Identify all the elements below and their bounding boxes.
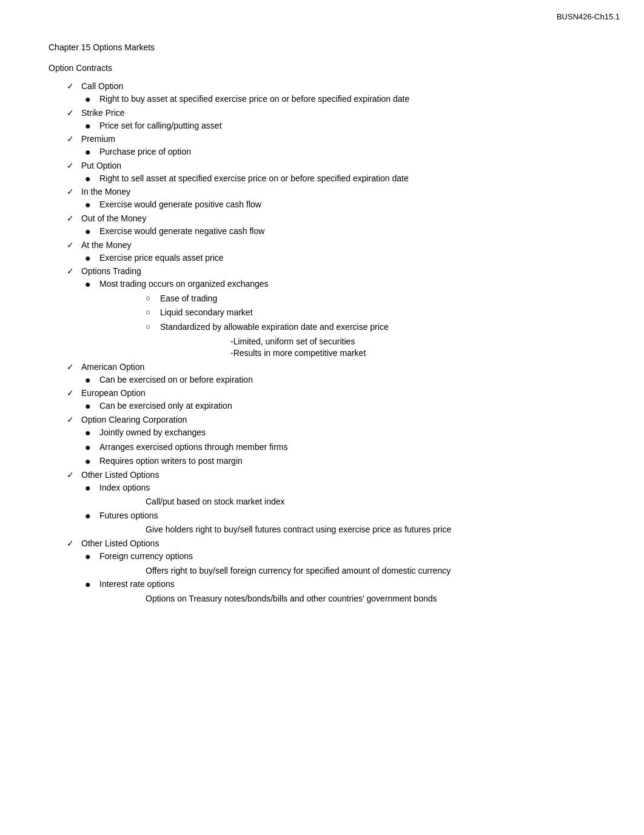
item-detail: Right to buy asset at specified exercise…: [99, 93, 409, 106]
item-detail: Most trading occurs on organized exchang…: [99, 278, 269, 290]
sub-indent-text: Give holders right to buy/sell futures c…: [85, 524, 608, 536]
bullet-icon: ●: [85, 278, 95, 290]
list-item: ✓ Out of the Money ● Exercise would gene…: [49, 213, 608, 238]
bullet-icon: ●: [85, 120, 95, 132]
checkmark-icon: ✓: [67, 388, 76, 398]
bullet-icon: ●: [85, 482, 95, 494]
bullet-icon: ●: [85, 226, 95, 237]
list-item: ✓ Other Listed Options ● Index options C…: [49, 470, 608, 536]
item-sub-detail: Liquid secondary market: [160, 307, 253, 319]
bullet-icon: ●: [85, 173, 95, 184]
list-item: ✓ Call Option ● Right to buy asset at sp…: [49, 81, 608, 106]
item-sub-detail: Ease of trading: [160, 293, 217, 305]
bullet-icon: ●: [85, 455, 95, 467]
list-item: ✓ European Option ● Can be exercised onl…: [49, 388, 608, 412]
bullet-icon: ●: [85, 400, 95, 412]
item-label: Put Option: [81, 161, 121, 170]
item-label: In the Money: [81, 187, 130, 196]
checkmark-icon: ✓: [67, 134, 76, 144]
item-detail: Index options: [99, 482, 150, 494]
list-item: ✓ Other Listed Options ● Foreign currenc…: [49, 538, 608, 605]
checkmark-icon: ✓: [67, 266, 76, 276]
item-dash-detail: -Limited, uniform set of securities: [230, 336, 608, 348]
item-sub-detail: Standardized by allowable expiration dat…: [160, 321, 389, 334]
outline-list: ✓ Call Option ● Right to buy asset at sp…: [49, 81, 608, 605]
page: BUSN426-Ch15.1 Chapter 15 Options Market…: [0, 0, 644, 835]
item-label: Other Listed Options: [81, 470, 159, 480]
checkmark-icon: ✓: [67, 187, 76, 196]
item-label: Premium: [81, 134, 115, 144]
list-item: ✓ Option Clearing Corporation ● Jointly …: [49, 415, 608, 468]
checkmark-icon: ✓: [67, 161, 76, 170]
item-label: At the Money: [81, 240, 132, 250]
bullet-icon: ●: [85, 510, 95, 521]
item-label: Call Option: [81, 81, 123, 91]
list-item: ✓ Options Trading ● Most trading occurs …: [49, 266, 608, 360]
list-item: ✓ Strike Price ● Price set for calling/p…: [49, 108, 608, 132]
item-detail: Can be exercised on or before expiration: [99, 374, 253, 386]
item-detail: Futures options: [99, 510, 158, 522]
checkmark-icon: ✓: [67, 240, 76, 250]
bullet-icon: ●: [85, 146, 95, 158]
section-title: Option Contracts: [49, 63, 608, 73]
item-detail: Exercise price equals asset price: [99, 252, 224, 264]
checkmark-icon: ✓: [67, 415, 76, 424]
item-label: Other Listed Options: [81, 538, 159, 548]
list-item: ✓ American Option ● Can be exercised on …: [49, 362, 608, 386]
bullet-icon: ●: [85, 441, 95, 453]
list-item: ✓ Premium ● Purchase price of option: [49, 134, 608, 158]
sub-indent-text: Offers right to buy/sell foreign currenc…: [85, 565, 608, 577]
bullet-icon: ●: [85, 551, 95, 562]
item-detail: Arranges exercised options through membe…: [99, 441, 287, 454]
bullet-icon: ●: [85, 578, 95, 590]
bullet-icon: ●: [85, 374, 95, 386]
item-label: European Option: [81, 388, 146, 398]
list-item: ✓ At the Money ● Exercise price equals a…: [49, 240, 608, 264]
bullet-icon: ●: [85, 252, 95, 264]
circle-icon: ○: [146, 293, 155, 304]
circle-icon: ○: [146, 307, 155, 318]
bullet-icon: ●: [85, 93, 95, 105]
list-item: ✓ Put Option ● Right to sell asset at sp…: [49, 161, 608, 185]
bullet-icon: ●: [85, 199, 95, 210]
sub-indent-text: Call/put based on stock market index: [85, 496, 608, 508]
item-label: Strike Price: [81, 108, 125, 118]
item-dash-detail: -Results in more competitive market: [230, 347, 608, 360]
checkmark-icon: ✓: [67, 538, 76, 548]
bullet-icon: ●: [85, 427, 95, 438]
checkmark-icon: ✓: [67, 81, 76, 91]
item-label: Option Clearing Corporation: [81, 415, 187, 424]
page-reference: BUSN426-Ch15.1: [557, 12, 620, 21]
item-detail: Purchase price of option: [99, 146, 191, 158]
item-detail: Jointly owned by exchanges: [99, 427, 206, 439]
list-item: ✓ In the Money ● Exercise would generate…: [49, 187, 608, 211]
item-detail: Requires option writers to post margin: [99, 455, 243, 468]
checkmark-icon: ✓: [67, 108, 76, 118]
item-label: Out of the Money: [81, 213, 146, 223]
item-label: American Option: [81, 362, 144, 372]
item-detail: Interest rate options: [99, 578, 175, 591]
item-detail: Price set for calling/putting asset: [99, 120, 222, 132]
item-label: Options Trading: [81, 266, 141, 276]
item-detail: Can be exercised only at expiration: [99, 400, 232, 412]
checkmark-icon: ✓: [67, 362, 76, 372]
item-detail: Exercise would generate negative cash fl…: [99, 226, 264, 238]
item-detail: Foreign currency options: [99, 551, 193, 563]
chapter-title: Chapter 15 Options Markets: [49, 42, 608, 52]
circle-icon: ○: [146, 321, 155, 332]
item-detail: Right to sell asset at specified exercis…: [99, 173, 409, 185]
checkmark-icon: ✓: [67, 213, 76, 223]
checkmark-icon: ✓: [67, 470, 76, 480]
sub-indent-text: Options on Treasury notes/bonds/bills an…: [85, 593, 608, 605]
item-detail: Exercise would generate positive cash fl…: [99, 199, 261, 211]
